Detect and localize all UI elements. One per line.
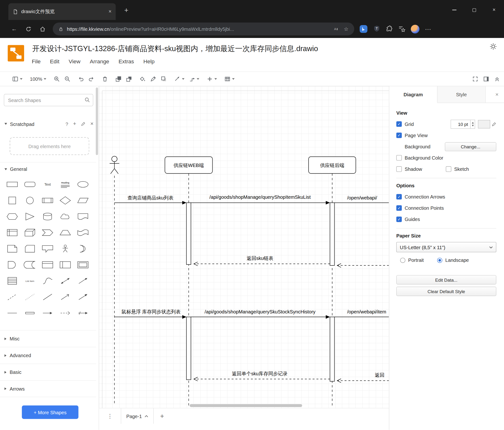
shape-list-item[interactable]: List Item — [21, 273, 39, 289]
delete-button[interactable] — [102, 76, 108, 82]
shape-hexagon[interactable] — [3, 209, 21, 224]
grid-checkbox[interactable]: Grid — [396, 121, 414, 127]
shape-callout[interactable] — [39, 241, 56, 257]
shape-dashed-line[interactable] — [3, 289, 21, 305]
shape-link-edge[interactable] — [21, 305, 39, 321]
section-general[interactable]: General — [0, 162, 96, 176]
fullscreen-button[interactable] — [472, 76, 478, 82]
return-to-backend-2[interactable]: 返回 — [337, 373, 389, 383]
shape-cube[interactable] — [21, 224, 39, 241]
favorite-star-icon[interactable]: ☆ — [344, 26, 348, 32]
shape-rounded-rectangle[interactable] — [21, 176, 39, 192]
shape-curve[interactable] — [39, 273, 56, 289]
section-misc[interactable]: Misc — [0, 330, 96, 347]
return-sku-list[interactable]: 返回sku链表 — [194, 256, 330, 266]
shape-card[interactable] — [21, 241, 39, 257]
edit-color-icon[interactable] — [492, 122, 496, 126]
shape-actor[interactable] — [56, 241, 74, 257]
table-button[interactable] — [225, 76, 235, 82]
scratchpad-edit-icon[interactable] — [81, 122, 86, 126]
shape-dashed-arrow-edge[interactable] — [56, 305, 74, 321]
zoom-out-button[interactable] — [64, 76, 71, 82]
grid-color-swatch[interactable] — [478, 120, 490, 128]
new-tab-button[interactable]: + — [121, 5, 132, 16]
participant-backend[interactable]: 供应链后端 — [309, 157, 356, 173]
minimize-button[interactable] — [444, 0, 464, 20]
fill-color-button[interactable] — [140, 76, 146, 82]
activation-bar[interactable] — [186, 203, 191, 265]
activation-bar[interactable] — [186, 317, 191, 380]
shape-bold-line[interactable] — [3, 305, 21, 321]
scratchpad-header[interactable]: Scratchpad ? + × — [5, 119, 94, 130]
shape-square[interactable] — [3, 192, 21, 208]
shape-connector-arrow[interactable] — [74, 305, 92, 321]
tab-style[interactable]: Style — [437, 86, 486, 103]
shape-arrow-edge[interactable] — [39, 305, 56, 321]
menu-extras[interactable]: Extras — [119, 58, 134, 65]
shape-internal-storage[interactable] — [3, 224, 21, 241]
message-open-webapi-1[interactable]: /open/webapi/ — [334, 195, 389, 203]
participant-web[interactable]: 供应链WEB端 — [165, 157, 212, 173]
connection-arrows-checkbox[interactable]: Connection Arrows — [396, 194, 445, 199]
shape-arrow-open[interactable] — [56, 289, 74, 305]
paper-size-select[interactable]: US-Letter (8,5" x 11") — [396, 242, 496, 252]
menu-help[interactable]: Help — [144, 58, 155, 65]
shape-circle[interactable] — [21, 192, 39, 208]
close-window-button[interactable]: × — [484, 0, 504, 20]
guides-checkbox[interactable]: Guides — [396, 216, 420, 222]
scratchpad-help-icon[interactable]: ? — [65, 121, 68, 127]
sidebar-scrollbar[interactable] — [96, 87, 98, 155]
shape-bidirectional-arrow[interactable] — [56, 273, 74, 289]
clear-default-style-button[interactable]: Clear Default Style — [396, 287, 496, 296]
message-open-webapi-2[interactable]: /open/webapi/item — [334, 309, 389, 317]
shape-parallelogram[interactable] — [74, 192, 92, 208]
message-query-sku-list[interactable]: 查询店铺商品sku列表 — [115, 195, 187, 205]
menu-file[interactable]: File — [32, 58, 41, 65]
scratchpad-close-icon[interactable]: × — [90, 121, 94, 127]
sketch-checkbox[interactable]: Sketch — [446, 166, 469, 172]
shape-or[interactable] — [74, 241, 92, 257]
shape-ellipse[interactable] — [74, 176, 92, 192]
shape-horizontal-container[interactable] — [74, 257, 92, 273]
view-panels-button[interactable] — [12, 76, 22, 82]
grid-size-stepper[interactable] — [471, 120, 475, 129]
shadow-button[interactable] — [161, 76, 167, 82]
url-field[interactable]: https://file.kkview.cn/onlinePreview?url… — [53, 22, 354, 35]
message-hover-stock-sync[interactable]: 鼠标悬浮 库存同步状态列表 — [115, 309, 187, 319]
theme-toggle-button[interactable] — [487, 41, 499, 52]
return-to-backend-1[interactable] — [337, 263, 389, 267]
back-button[interactable]: ← — [7, 23, 21, 35]
message-api-query-shop-item-sku-list[interactable]: /api/goods/shopManage/queryShopItemSkuLi… — [191, 195, 330, 205]
settings-menu-icon[interactable]: ⋯ — [425, 25, 431, 33]
more-shapes-button[interactable]: + More Shapes — [22, 405, 79, 419]
menu-arrange[interactable]: Arrange — [90, 58, 109, 65]
home-button[interactable] — [35, 23, 49, 35]
to-front-button[interactable] — [116, 76, 122, 82]
pages-menu-icon[interactable]: ⋮ — [104, 408, 117, 424]
section-arrows[interactable]: Arrows — [0, 380, 96, 397]
shape-process[interactable] — [39, 192, 56, 208]
shape-and[interactable] — [3, 257, 21, 273]
extensions-icon[interactable] — [386, 25, 393, 32]
line-color-button[interactable] — [150, 76, 157, 82]
shape-container[interactable] — [39, 257, 56, 273]
menu-edit[interactable]: Edit — [50, 58, 59, 65]
to-back-button[interactable] — [126, 76, 132, 82]
section-basic[interactable]: Basic — [0, 364, 96, 380]
zoom-dropdown[interactable]: 100% — [30, 76, 46, 82]
collapse-toolbar-button[interactable] — [494, 76, 500, 82]
page-view-checkbox[interactable]: Page View — [396, 133, 428, 138]
copilot-icon[interactable] — [359, 25, 368, 33]
profile-avatar[interactable] — [411, 25, 419, 33]
edit-data-button[interactable]: Edit Data... — [396, 275, 496, 285]
connection-style-button[interactable] — [174, 76, 185, 82]
shape-text[interactable]: Text — [39, 176, 56, 192]
diagram-canvas[interactable]: 供应链WEB端 供应链后端 查询店铺商品sku列表 /api/goods/sho… — [99, 86, 389, 408]
refresh-button[interactable] — [21, 23, 35, 35]
activation-bar[interactable] — [330, 317, 334, 381]
format-panel-toggle-button[interactable] — [483, 76, 489, 82]
shape-note[interactable] — [3, 241, 21, 257]
redo-button[interactable] — [89, 76, 95, 82]
shape-arrow[interactable] — [74, 273, 92, 289]
shield-extension-icon[interactable]: T — [373, 25, 380, 33]
